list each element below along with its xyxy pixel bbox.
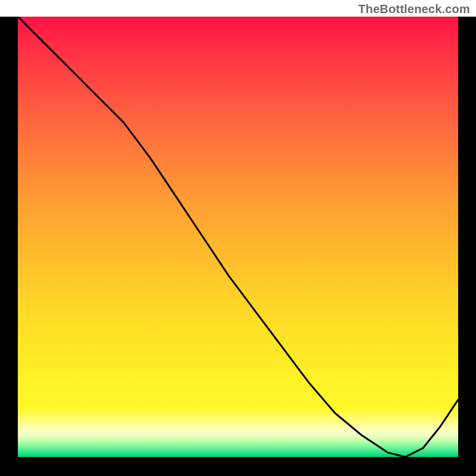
chart-container: TheBottleneck.com	[0, 0, 476, 476]
attribution-text: TheBottleneck.com	[358, 2, 470, 16]
plot-area	[18, 17, 458, 457]
bottleneck-curve	[18, 17, 458, 457]
chart-frame	[0, 17, 476, 476]
